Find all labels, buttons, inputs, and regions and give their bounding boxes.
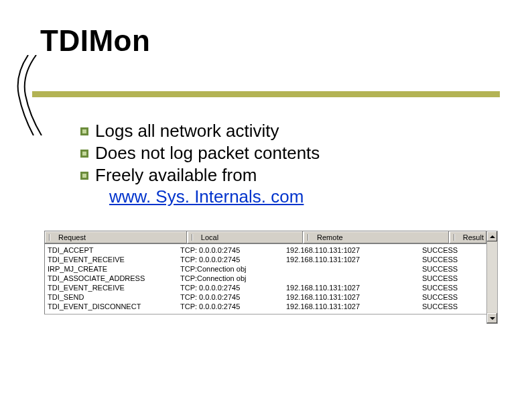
cell-local: TCP: 0.0.0.0:2745 — [178, 292, 283, 302]
table-row[interactable]: TDI_EVENT_DISCONNECT TCP: 0.0.0.0:2745 1… — [45, 302, 487, 311]
table-row[interactable]: IRP_MJ_CREATE TCP:Connection obj SUCCESS — [45, 264, 487, 274]
title-underline — [32, 91, 500, 97]
cell-request: TDI_EVENT_RECEIVE — [45, 255, 178, 264]
table-row[interactable]: TDI_SEND TCP: 0.0.0.0:2745 192.168.110.1… — [45, 292, 487, 302]
scroll-up-button[interactable] — [487, 231, 497, 241]
slide: TDIMon Logs all network activity Does no… — [0, 0, 532, 399]
cell-remote — [283, 274, 419, 283]
cell-remote: 192.168.110.131:1027 — [283, 255, 419, 264]
bullet-text: Logs all network activity — [95, 121, 492, 141]
column-header-request[interactable]: Request — [45, 231, 188, 243]
bullet-item: Freely available from www. Sys. Internal… — [80, 165, 492, 207]
cell-result: SUCCESS — [419, 302, 487, 311]
vertical-scrollbar[interactable] — [486, 231, 498, 324]
table-row[interactable]: TDI_EVENT_RECEIVE TCP: 0.0.0.0:2745 192.… — [45, 283, 487, 292]
cell-local: TCP: 0.0.0.0:2745 — [178, 255, 283, 264]
table-row[interactable]: TDI_ASSOCIATE_ADDRESS TCP:Connection obj… — [45, 274, 487, 283]
cell-local: TCP: 0.0.0.0:2745 — [178, 245, 283, 255]
cell-remote — [283, 264, 419, 274]
cell-result: SUCCESS — [419, 283, 487, 292]
cell-request: TDI_ACCEPT — [45, 245, 178, 255]
cell-result: SUCCESS — [419, 292, 487, 302]
scroll-down-button[interactable] — [487, 313, 497, 323]
tdimon-listview: Request Local Remote Result TDI_ACCEPT T… — [44, 231, 488, 315]
bullet-text: Does not log packet contents — [95, 143, 492, 164]
cell-remote: 192.168.110.131:1027 — [283, 283, 419, 292]
bullet-icon — [80, 150, 88, 158]
cell-request: TDI_ASSOCIATE_ADDRESS — [45, 274, 178, 283]
table-row[interactable]: TDI_ACCEPT TCP: 0.0.0.0:2745 192.168.110… — [45, 245, 487, 255]
cell-local: TCP: 0.0.0.0:2745 — [178, 302, 283, 311]
svg-rect-1 — [82, 129, 86, 133]
cell-request: TDI_EVENT_RECEIVE — [45, 283, 178, 292]
cell-request: TDI_EVENT_DISCONNECT — [45, 302, 178, 311]
column-header-remote[interactable]: Remote — [304, 231, 450, 243]
bullet-list: Logs all network activity Does not log p… — [80, 121, 492, 209]
bullet-text-inner: Freely available from — [95, 165, 257, 185]
listview-header: Request Local Remote Result — [45, 231, 487, 244]
cell-result: SUCCESS — [419, 264, 487, 274]
slide-title: TDIMon — [40, 24, 150, 58]
cell-remote: 192.168.110.131:1027 — [283, 292, 419, 302]
column-header-result[interactable]: Result — [450, 231, 487, 243]
cell-result: SUCCESS — [419, 245, 487, 255]
cell-request: TDI_SEND — [45, 292, 178, 302]
cell-result: SUCCESS — [419, 255, 487, 264]
cell-local: TCP: 0.0.0.0:2745 — [178, 283, 283, 292]
listview-body: TDI_ACCEPT TCP: 0.0.0.0:2745 192.168.110… — [45, 244, 487, 314]
chevron-up-icon — [490, 235, 495, 238]
bullet-text: Freely available from www. Sys. Internal… — [95, 165, 492, 207]
cell-remote: 192.168.110.131:1027 — [283, 245, 419, 255]
bullet-item: Logs all network activity — [80, 121, 492, 141]
sysinternals-link[interactable]: www. Sys. Internals. com — [109, 186, 304, 207]
svg-rect-3 — [82, 152, 86, 156]
column-header-local[interactable]: Local — [188, 231, 304, 243]
cell-result: SUCCESS — [419, 274, 487, 283]
cell-request: IRP_MJ_CREATE — [45, 264, 178, 274]
cell-local: TCP:Connection obj — [178, 264, 283, 274]
bullet-icon — [80, 127, 88, 135]
table-row[interactable]: TDI_EVENT_RECEIVE TCP: 0.0.0.0:2745 192.… — [45, 255, 487, 264]
cell-remote: 192.168.110.131:1027 — [283, 302, 419, 311]
chevron-down-icon — [490, 317, 495, 320]
svg-rect-5 — [82, 174, 86, 178]
scrollbar-track[interactable] — [487, 242, 497, 312]
cell-local: TCP:Connection obj — [178, 274, 283, 283]
bullet-item: Does not log packet contents — [80, 143, 492, 164]
bullet-icon — [80, 172, 88, 180]
